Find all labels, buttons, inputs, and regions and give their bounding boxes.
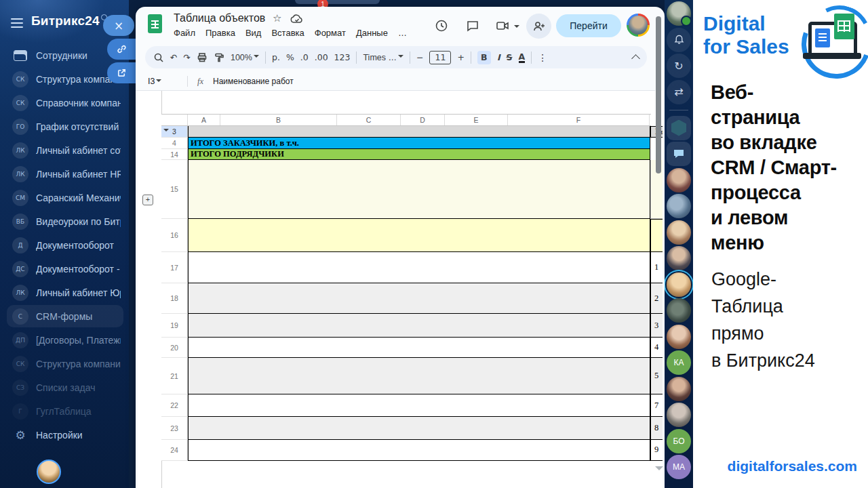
share-button[interactable] xyxy=(526,14,551,39)
version-history-icon[interactable] xyxy=(434,18,449,33)
chat-avatar[interactable] xyxy=(667,194,691,218)
account-avatar[interactable] xyxy=(627,14,650,37)
hamburger-menu-icon[interactable] xyxy=(11,18,23,28)
sidebar-item[interactable]: ВБ Видеоуроки по Битри… xyxy=(0,209,129,233)
menu-item[interactable]: Формат xyxy=(315,28,346,38)
cell[interactable] xyxy=(188,394,650,417)
camera-caret-icon[interactable] xyxy=(514,25,519,30)
sidebar-item[interactable]: С CRM-формы xyxy=(0,304,129,328)
corner-cell[interactable] xyxy=(161,115,188,125)
row-header[interactable]: 23 xyxy=(161,417,188,440)
chat-bubble-icon[interactable] xyxy=(667,142,691,166)
row-header[interactable]: 21 xyxy=(161,358,188,394)
spreadsheet-title[interactable]: Таблица объектов xyxy=(174,12,265,24)
font-size-input[interactable]: 11 xyxy=(429,51,451,64)
sidebar-item[interactable]: ЛК Личный кабинет Юро… xyxy=(0,281,129,304)
column-header[interactable]: C xyxy=(337,115,401,125)
font-size-decrease-button[interactable]: − xyxy=(416,52,423,62)
percent-format-button[interactable]: % xyxy=(286,52,294,62)
redo-icon[interactable]: ↷ xyxy=(183,52,190,62)
row-header[interactable]: 4 xyxy=(161,138,188,149)
chat-avatar-initials[interactable]: БО xyxy=(667,429,691,453)
cell[interactable]: ИТОГО ЗАКАЗЧИКИ, в т.ч. xyxy=(188,138,650,149)
current-user-avatar[interactable] xyxy=(37,460,61,484)
menu-item[interactable]: Правка xyxy=(205,28,235,38)
formula-input[interactable]: Наименование работ xyxy=(213,77,294,86)
cell[interactable] xyxy=(188,126,650,138)
open-in-new-window-button[interactable] xyxy=(107,62,136,83)
chat-avatar[interactable] xyxy=(667,168,691,192)
chat-avatar[interactable] xyxy=(667,298,691,323)
chat-avatar-initials[interactable]: КА xyxy=(667,350,691,375)
sidebar-item[interactable]: ДП [Договоры, Платежи, … xyxy=(0,328,129,352)
sidebar-item[interactable]: СЗ Списки задач xyxy=(0,375,129,399)
column-header[interactable]: B xyxy=(220,115,337,125)
sidebar-item[interactable]: СК Структура компании … xyxy=(0,352,129,375)
undo-icon[interactable]: ↶ xyxy=(170,52,177,62)
row-header[interactable]: 24 xyxy=(161,440,188,461)
column-header[interactable]: E xyxy=(445,115,508,125)
cell[interactable] xyxy=(188,417,650,440)
row-header[interactable]: 16 xyxy=(161,219,188,252)
chat-avatar[interactable] xyxy=(667,325,691,349)
column-header[interactable]: D xyxy=(401,115,445,125)
font-size-increase-button[interactable]: + xyxy=(457,52,464,62)
paint-format-icon[interactable] xyxy=(214,52,224,63)
sidebar-item[interactable]: ЛК Личный кабинет HR xyxy=(0,162,129,186)
strikethrough-button[interactable]: S xyxy=(507,52,513,62)
column-header[interactable]: A xyxy=(188,115,220,125)
sidebar-item[interactable]: ГО График отсутствий xyxy=(0,115,129,138)
sidebar-item[interactable]: Г ГуглТаблица xyxy=(0,399,129,423)
sidebar-item[interactable]: ⚙ Настройки xyxy=(0,423,129,447)
decrease-decimals-button[interactable]: .0 xyxy=(300,52,309,62)
row-header[interactable]: 18 xyxy=(161,283,188,314)
row-header[interactable]: 15 xyxy=(161,160,188,219)
italic-button[interactable]: I xyxy=(497,52,500,62)
menu-item[interactable]: Данные xyxy=(356,28,388,38)
row-header[interactable]: 19 xyxy=(161,314,188,338)
row-header[interactable]: 3 xyxy=(161,126,188,138)
copy-link-button[interactable] xyxy=(107,39,136,60)
cell[interactable]: ИТОГО ПОДРЯДЧИКИ xyxy=(188,149,650,160)
time-manager-icon[interactable]: ↻ xyxy=(667,54,691,78)
menu-item[interactable]: Вставка xyxy=(271,28,304,38)
menu-item[interactable]: Вид xyxy=(245,28,262,38)
chat-avatar[interactable] xyxy=(667,403,691,427)
cell[interactable] xyxy=(188,283,650,314)
menu-item[interactable]: Файл xyxy=(174,28,195,38)
divider[interactable] xyxy=(667,106,691,114)
sidebar-item[interactable]: ЛК Личный кабинет сотр… xyxy=(0,138,129,162)
pinned-app-icon[interactable] xyxy=(667,116,691,140)
user-avatar[interactable] xyxy=(667,1,691,26)
row-header[interactable]: 17 xyxy=(161,252,188,283)
menu-item[interactable]: … xyxy=(398,28,407,38)
meet-camera-icon[interactable] xyxy=(495,18,510,33)
expand-group-button[interactable]: + xyxy=(142,195,153,205)
bold-button[interactable]: B xyxy=(477,51,491,64)
cell[interactable] xyxy=(188,338,650,358)
more-options-icon[interactable]: ⋮ xyxy=(538,52,547,63)
scroll-down-arrow-icon[interactable] xyxy=(655,466,663,474)
name-box[interactable]: I3 xyxy=(136,77,187,86)
chat-avatar[interactable] xyxy=(667,377,691,401)
close-slider-button[interactable]: × xyxy=(103,15,134,36)
cell[interactable] xyxy=(188,219,650,252)
chat-avatar[interactable] xyxy=(667,272,691,297)
sidebar-item[interactable]: СМ Саранский Механиче… xyxy=(0,186,129,209)
cell[interactable] xyxy=(188,252,650,283)
currency-format-button[interactable]: р. xyxy=(272,52,280,62)
star-icon[interactable]: ☆ xyxy=(273,12,281,24)
increase-decimals-button[interactable]: .00 xyxy=(315,52,328,62)
font-select[interactable]: Times … xyxy=(363,53,403,62)
sidebar-item[interactable]: СК Справочник компании xyxy=(0,91,129,115)
vertical-scrollbar[interactable] xyxy=(655,15,662,484)
sidebar-item[interactable]: Д Документооборот xyxy=(0,233,129,257)
row-header[interactable]: 14 xyxy=(161,149,188,160)
print-icon[interactable] xyxy=(197,52,208,63)
go-to-button[interactable]: Перейти xyxy=(556,14,621,37)
cell[interactable] xyxy=(188,440,650,461)
chat-avatar-initials[interactable]: МА xyxy=(667,455,691,479)
row-header[interactable]: 20 xyxy=(161,338,188,358)
zoom-select[interactable]: 100% xyxy=(231,53,259,62)
search-icon[interactable] xyxy=(153,52,164,63)
